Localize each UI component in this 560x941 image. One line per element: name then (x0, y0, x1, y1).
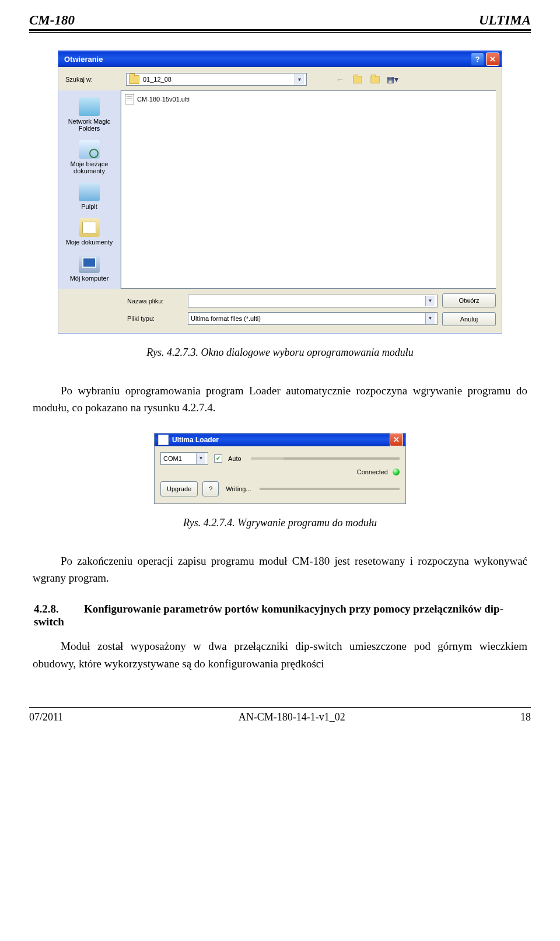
chevron-down-icon[interactable]: ▼ (425, 296, 435, 306)
cancel-button[interactable]: Anuluj (442, 312, 496, 326)
filename-input[interactable]: ▼ (188, 295, 438, 307)
lookin-label: Szukaj w: (65, 76, 121, 83)
filetype-label: Pliki typu: (127, 315, 183, 322)
places-my-computer[interactable]: Mój komputer (69, 252, 110, 284)
chevron-down-icon[interactable]: ▼ (425, 313, 435, 324)
new-folder-icon[interactable] (369, 73, 382, 86)
lookin-value: 01_12_08 (143, 76, 172, 83)
file-listing[interactable]: CM-180-15v01.ulti (121, 90, 496, 289)
open-button[interactable]: Otwórz (442, 293, 496, 307)
folder-icon (129, 75, 139, 84)
figure-caption-2: Rys. 4.2.7.4. Wgrywanie programu do modu… (29, 517, 531, 529)
paragraph-3: Moduł został wyposażony w dwa przełączni… (33, 638, 527, 672)
footer-center: AN-CM-180-14-1-v1_02 (239, 711, 345, 723)
filetype-combo[interactable]: Ultima format files (*.ulti) ▼ (188, 312, 438, 325)
view-menu-icon[interactable]: ▦▾ (386, 73, 399, 86)
close-button[interactable]: ✕ (486, 53, 499, 66)
dialog-titlebar[interactable]: Otwieranie ? ✕ (58, 51, 502, 67)
places-network-magic[interactable]: Network Magic Folders (58, 95, 120, 134)
back-icon[interactable]: ← (334, 73, 346, 86)
footer-right: 18 (520, 711, 531, 723)
upgrade-button[interactable]: Upgrade (160, 481, 198, 496)
section-heading: 4.2.8.Konfigurowanie parametrów portów k… (34, 603, 531, 628)
help-button[interactable]: ? (471, 53, 484, 66)
status-led-icon (393, 468, 400, 475)
document-icon (125, 94, 134, 104)
paragraph-1: Po wybraniu oprogramowania program Loade… (33, 382, 527, 417)
places-my-documents[interactable]: Moje dokumenty (65, 216, 114, 248)
header-left: CM-180 (29, 13, 75, 28)
dialog-title: Otwieranie (64, 55, 469, 64)
loader-status: Writing... (226, 485, 251, 492)
com-port-combo[interactable]: COM1 ▼ (160, 452, 208, 465)
write-progress (260, 488, 400, 490)
file-item[interactable]: CM-180-15v01.ulti (124, 93, 494, 105)
page-footer: 07/2011 AN-CM-180-14-1-v1_02 18 (29, 707, 531, 723)
paragraph-2: Po zakończeniu operacji zapisu programu … (33, 552, 527, 587)
ultima-loader-window: Ultima Loader ✕ COM1 ▼ ✔ Auto Connected … (154, 433, 406, 504)
up-folder-icon[interactable] (351, 73, 364, 86)
loader-titlebar[interactable]: Ultima Loader ✕ (155, 433, 405, 446)
loader-title: Ultima Loader (172, 436, 388, 444)
header-right: ULTIMA (479, 13, 531, 28)
connected-label: Connected (357, 468, 388, 475)
places-desktop[interactable]: Pulpit (78, 180, 101, 212)
open-file-dialog: Otwieranie ? ✕ Szukaj w: 01_12_08 ▼ ← ▦▾… (58, 50, 502, 334)
chevron-down-icon[interactable]: ▼ (196, 453, 205, 464)
places-bar: Network Magic Folders Moje bieżące dokum… (58, 90, 121, 289)
chevron-down-icon[interactable]: ▼ (295, 74, 304, 85)
app-icon (158, 435, 169, 445)
auto-checkbox[interactable]: ✔ (214, 454, 222, 463)
auto-label: Auto (228, 455, 242, 462)
filename-label: Nazwa pliku: (127, 298, 183, 305)
top-progress (251, 457, 400, 460)
lookin-combo[interactable]: 01_12_08 ▼ (126, 73, 307, 86)
footer-left: 07/2011 (29, 711, 63, 723)
close-button[interactable]: ✕ (390, 433, 403, 446)
loader-help-button[interactable]: ? (202, 481, 219, 496)
figure-caption-1: Rys. 4.2.7.3. Okno dialogowe wyboru opro… (29, 347, 531, 359)
places-recent-docs[interactable]: Moje bieżące dokumenty (58, 138, 120, 177)
